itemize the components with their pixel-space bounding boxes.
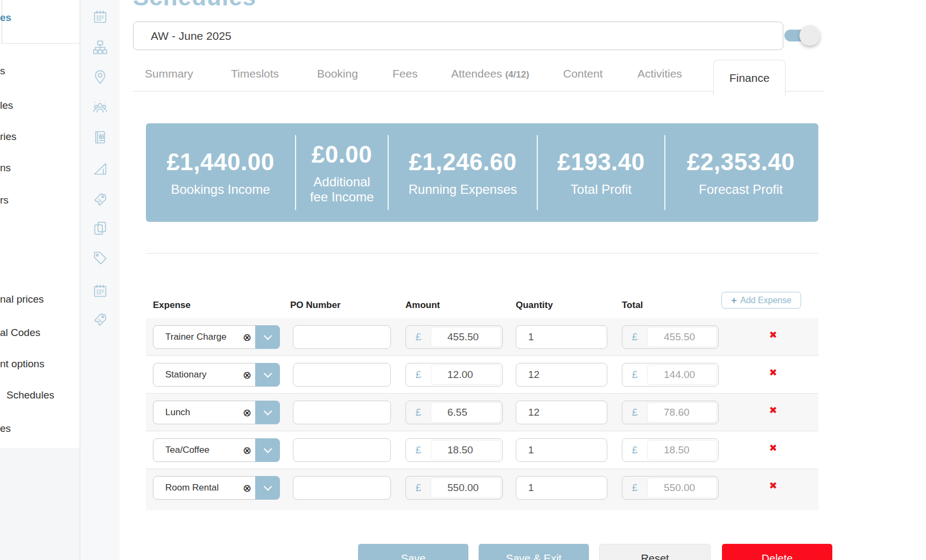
- delete-row-icon[interactable]: ✖: [762, 404, 784, 416]
- reset-button[interactable]: Reset: [599, 544, 711, 560]
- total-input[interactable]: [648, 444, 717, 456]
- save-and-exit-button[interactable]: Save & Exit: [479, 544, 589, 560]
- pound-symbol: £: [622, 363, 647, 386]
- tab-fees[interactable]: Fees: [392, 67, 418, 80]
- add-expense-button[interactable]: + Add Expense: [721, 292, 801, 309]
- amount-field: £: [405, 476, 503, 500]
- amount-input[interactable]: [431, 407, 501, 418]
- total-field: £: [622, 401, 719, 424]
- amount-input[interactable]: [431, 369, 501, 381]
- price-tag-icon[interactable]: [93, 250, 108, 265]
- po-number-input[interactable]: [293, 401, 391, 424]
- people-group-icon[interactable]: [93, 100, 108, 115]
- ticket-icon[interactable]: [93, 192, 108, 207]
- expense-select-value: Stationary: [153, 369, 239, 380]
- expense-dropdown-button[interactable]: [255, 325, 280, 349]
- sidebar-item[interactable]: ries: [0, 131, 17, 143]
- sidebar-item[interactable]: Schedules: [6, 389, 54, 401]
- amount-input[interactable]: [431, 444, 501, 456]
- sidebar-item[interactable]: les: [0, 100, 13, 111]
- expense-select[interactable]: Stationary ⊗: [153, 363, 280, 387]
- pound-symbol: £: [406, 401, 431, 424]
- schedule-calendar-icon[interactable]: [93, 283, 108, 298]
- tab-summary[interactable]: Summary: [145, 67, 193, 80]
- growth-chart-icon[interactable]: [93, 161, 108, 176]
- tab-content[interactable]: Content: [563, 67, 603, 80]
- column-header-amount: Amount: [405, 300, 440, 311]
- clear-selection-icon[interactable]: ⊗: [239, 332, 255, 342]
- delete-row-icon[interactable]: ✖: [762, 367, 784, 379]
- expense-dropdown-button[interactable]: [255, 401, 280, 424]
- total-field: £: [622, 438, 719, 462]
- active-toggle[interactable]: [784, 30, 815, 41]
- clear-selection-icon[interactable]: ⊗: [239, 483, 255, 493]
- expense-dropdown-button[interactable]: [255, 363, 280, 387]
- po-number-input[interactable]: [293, 476, 391, 500]
- finance-summary-banner: £1,440.00 Bookings Income £0.00 Addition…: [146, 123, 818, 222]
- sidebar-item[interactable]: s: [0, 65, 5, 77]
- expense-select[interactable]: Tea/Coffee ⊗: [153, 438, 280, 462]
- expense-select[interactable]: Lunch ⊗: [153, 401, 280, 424]
- discount-ticket-icon[interactable]: [93, 312, 108, 327]
- amount-input[interactable]: [431, 482, 501, 494]
- sidebar: es s les ries ns rs nal prices al Codes …: [0, 0, 80, 560]
- tab-attendees[interactable]: Attendees (4/12): [451, 67, 529, 80]
- expense-dropdown-button[interactable]: [255, 476, 280, 500]
- pound-symbol: £: [622, 326, 647, 348]
- quantity-input[interactable]: [516, 401, 607, 424]
- total-input[interactable]: [648, 369, 717, 381]
- clear-selection-icon[interactable]: ⊗: [239, 445, 255, 456]
- amount-input[interactable]: [431, 331, 501, 343]
- expense-select-value: Room Rental: [153, 482, 239, 493]
- clear-selection-icon[interactable]: ⊗: [239, 370, 255, 380]
- delete-row-icon[interactable]: ✖: [762, 442, 784, 454]
- quantity-input[interactable]: [516, 438, 607, 462]
- tab-booking[interactable]: Booking: [317, 67, 358, 80]
- clear-selection-icon[interactable]: ⊗: [239, 408, 255, 418]
- tab-activities[interactable]: Activities: [637, 67, 682, 80]
- sidebar-item[interactable]: al Codes: [0, 327, 40, 339]
- sidebar-background: [0, 448, 80, 560]
- location-pin-icon[interactable]: [93, 69, 108, 85]
- total-field: £: [622, 325, 719, 349]
- documents-icon[interactable]: [93, 221, 108, 236]
- sitemap-icon[interactable]: [93, 40, 108, 55]
- toggle-knob[interactable]: [799, 25, 820, 46]
- expense-row: Lunch ⊗ £ £ ✖: [146, 394, 818, 431]
- summary-label: Total Profit: [571, 182, 632, 197]
- sidebar-item[interactable]: nt options: [0, 358, 44, 370]
- total-input[interactable]: [648, 331, 717, 343]
- quantity-input[interactable]: [516, 363, 607, 387]
- po-number-input[interactable]: [293, 363, 391, 387]
- save-button[interactable]: Save: [358, 544, 468, 560]
- amount-field: £: [405, 438, 503, 462]
- expense-select[interactable]: Trainer Charge ⊗: [153, 325, 280, 349]
- summary-card-bookings-income: £1,440.00 Bookings Income: [146, 123, 295, 222]
- delete-row-icon[interactable]: ✖: [762, 480, 784, 492]
- attendees-count-badge: (4/12): [505, 69, 529, 80]
- po-number-input[interactable]: [293, 438, 391, 462]
- calendar-icon[interactable]: [93, 9, 108, 24]
- sidebar-item[interactable]: rs: [0, 194, 9, 206]
- tab-finance[interactable]: Finance: [713, 60, 785, 96]
- total-input[interactable]: [648, 482, 717, 494]
- delete-button[interactable]: Delete: [722, 544, 832, 560]
- section-divider: [146, 253, 818, 254]
- pound-symbol: £: [406, 439, 431, 461]
- delete-row-icon[interactable]: ✖: [762, 329, 784, 341]
- quantity-input[interactable]: [516, 325, 607, 349]
- po-number-input[interactable]: [293, 325, 391, 349]
- sidebar-item[interactable]: es: [0, 423, 11, 435]
- pound-symbol: £: [406, 326, 431, 348]
- total-input[interactable]: [648, 407, 717, 418]
- plus-icon: +: [731, 295, 737, 306]
- quantity-input[interactable]: [516, 476, 607, 500]
- course-book-icon[interactable]: [93, 130, 108, 145]
- schedule-name-input[interactable]: [133, 22, 783, 50]
- expense-dropdown-button[interactable]: [255, 438, 280, 462]
- expense-select[interactable]: Room Rental ⊗: [153, 476, 280, 500]
- tab-timeslots[interactable]: Timeslots: [231, 67, 279, 80]
- sidebar-item-active[interactable]: es: [0, 12, 11, 24]
- sidebar-item[interactable]: nal prices: [0, 293, 44, 305]
- sidebar-item[interactable]: ns: [0, 162, 11, 174]
